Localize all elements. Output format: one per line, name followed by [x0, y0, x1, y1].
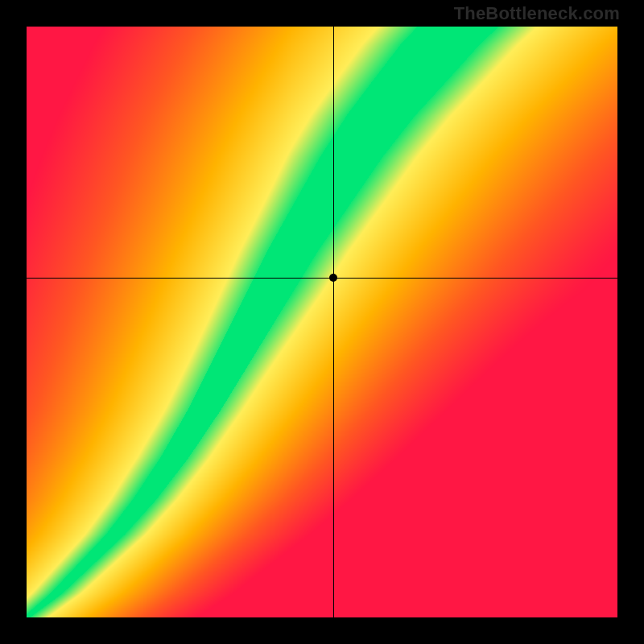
crosshair-vertical — [333, 27, 334, 617]
watermark-text: TheBottleneck.com — [454, 3, 620, 24]
heatmap-canvas — [27, 27, 617, 617]
crosshair-horizontal — [27, 278, 617, 279]
data-point-marker — [329, 274, 337, 282]
heatmap-plot — [27, 27, 617, 617]
